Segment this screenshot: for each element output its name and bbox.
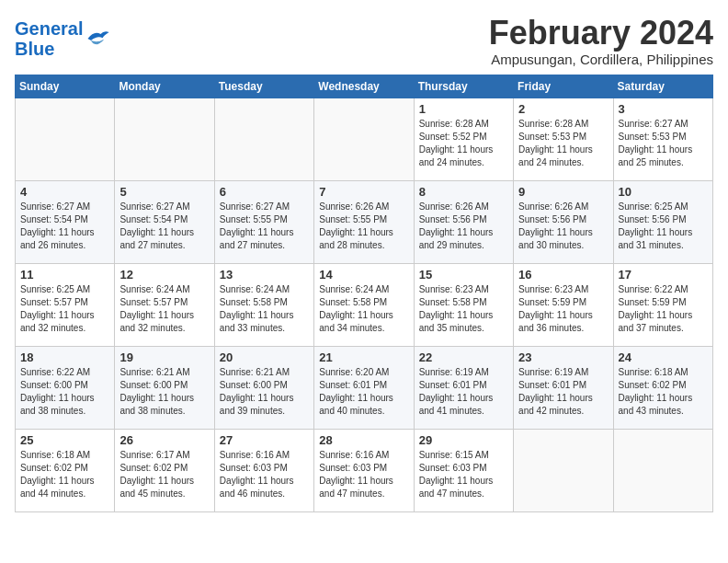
day-number: 20	[220, 350, 309, 364]
calendar-cell: 7Sunrise: 6:26 AM Sunset: 5:55 PM Daylig…	[314, 180, 414, 263]
calendar-cell: 15Sunrise: 6:23 AM Sunset: 5:58 PM Dayli…	[414, 263, 513, 346]
day-number: 17	[619, 268, 708, 282]
day-number: 23	[518, 350, 608, 364]
day-number: 19	[119, 350, 209, 364]
calendar-cell	[115, 98, 214, 180]
weekday-header-tuesday: Tuesday	[214, 75, 313, 98]
calendar-cell	[514, 429, 613, 511]
calendar-cell: 21Sunrise: 6:20 AM Sunset: 6:01 PM Dayli…	[314, 346, 414, 429]
day-number: 22	[419, 350, 508, 364]
day-info: Sunrise: 6:23 AM Sunset: 5:59 PM Dayligh…	[518, 283, 608, 335]
day-number: 16	[518, 268, 608, 282]
day-number: 18	[20, 350, 109, 364]
day-info: Sunrise: 6:18 AM Sunset: 6:02 PM Dayligh…	[619, 366, 708, 418]
day-number: 28	[319, 433, 408, 447]
day-number: 5	[119, 185, 209, 199]
weekday-header-sunday: Sunday	[16, 75, 115, 98]
logo-blue: Blue	[15, 39, 54, 59]
calendar-cell: 2Sunrise: 6:28 AM Sunset: 5:53 PM Daylig…	[514, 98, 613, 180]
calendar-table: SundayMondayTuesdayWednesdayThursdayFrid…	[15, 75, 713, 512]
day-number: 26	[119, 433, 209, 447]
week-row-0: 1Sunrise: 6:28 AM Sunset: 5:52 PM Daylig…	[16, 98, 713, 180]
calendar-cell	[613, 429, 712, 511]
day-number: 24	[619, 350, 708, 364]
calendar-cell: 13Sunrise: 6:24 AM Sunset: 5:58 PM Dayli…	[214, 263, 313, 346]
day-info: Sunrise: 6:18 AM Sunset: 6:02 PM Dayligh…	[20, 449, 109, 500]
weekday-header-wednesday: Wednesday	[314, 75, 414, 98]
calendar-cell: 19Sunrise: 6:21 AM Sunset: 6:00 PM Dayli…	[115, 346, 214, 429]
calendar-cell	[214, 98, 313, 180]
day-info: Sunrise: 6:21 AM Sunset: 6:00 PM Dayligh…	[119, 366, 209, 418]
day-info: Sunrise: 6:20 AM Sunset: 6:01 PM Dayligh…	[319, 366, 408, 418]
calendar-cell: 3Sunrise: 6:27 AM Sunset: 5:53 PM Daylig…	[613, 98, 712, 180]
day-info: Sunrise: 6:27 AM Sunset: 5:54 PM Dayligh…	[119, 201, 209, 252]
week-row-2: 11Sunrise: 6:25 AM Sunset: 5:57 PM Dayli…	[16, 263, 713, 346]
location: Ampusungan, Cordillera, Philippines	[489, 52, 713, 67]
day-info: Sunrise: 6:25 AM Sunset: 5:57 PM Dayligh…	[20, 283, 109, 335]
day-number: 13	[220, 268, 309, 282]
day-number: 14	[319, 268, 408, 282]
calendar-cell: 25Sunrise: 6:18 AM Sunset: 6:02 PM Dayli…	[16, 429, 115, 511]
day-number: 2	[518, 102, 608, 116]
day-number: 8	[419, 185, 508, 199]
day-info: Sunrise: 6:15 AM Sunset: 6:03 PM Dayligh…	[419, 449, 508, 500]
weekday-header-monday: Monday	[115, 75, 214, 98]
calendar-cell: 11Sunrise: 6:25 AM Sunset: 5:57 PM Dayli…	[16, 263, 115, 346]
weekday-header-row: SundayMondayTuesdayWednesdayThursdayFrid…	[16, 75, 713, 98]
day-info: Sunrise: 6:26 AM Sunset: 5:56 PM Dayligh…	[419, 201, 508, 252]
day-info: Sunrise: 6:16 AM Sunset: 6:03 PM Dayligh…	[319, 449, 408, 500]
day-info: Sunrise: 6:21 AM Sunset: 6:00 PM Dayligh…	[220, 366, 309, 418]
day-number: 1	[419, 102, 508, 116]
calendar-cell: 27Sunrise: 6:16 AM Sunset: 6:03 PM Dayli…	[214, 429, 313, 511]
day-number: 6	[220, 185, 309, 199]
calendar-cell	[16, 98, 115, 180]
day-info: Sunrise: 6:22 AM Sunset: 5:59 PM Dayligh…	[619, 283, 708, 335]
day-number: 15	[419, 268, 508, 282]
calendar-cell: 10Sunrise: 6:25 AM Sunset: 5:56 PM Dayli…	[613, 180, 712, 263]
calendar-cell: 4Sunrise: 6:27 AM Sunset: 5:54 PM Daylig…	[16, 180, 115, 263]
day-info: Sunrise: 6:26 AM Sunset: 5:56 PM Dayligh…	[518, 201, 608, 252]
day-number: 21	[319, 350, 408, 364]
month-year: February 2024	[489, 15, 713, 52]
day-info: Sunrise: 6:27 AM Sunset: 5:55 PM Dayligh…	[220, 201, 309, 252]
calendar-cell: 6Sunrise: 6:27 AM Sunset: 5:55 PM Daylig…	[214, 180, 313, 263]
weekday-header-thursday: Thursday	[414, 75, 513, 98]
week-row-3: 18Sunrise: 6:22 AM Sunset: 6:00 PM Dayli…	[16, 346, 713, 429]
logo: General Blue	[15, 18, 110, 59]
day-info: Sunrise: 6:17 AM Sunset: 6:02 PM Dayligh…	[119, 449, 209, 500]
title-block: February 2024 Ampusungan, Cordillera, Ph…	[489, 15, 713, 67]
day-info: Sunrise: 6:27 AM Sunset: 5:53 PM Dayligh…	[619, 118, 708, 169]
calendar-cell: 5Sunrise: 6:27 AM Sunset: 5:54 PM Daylig…	[115, 180, 214, 263]
calendar-cell: 16Sunrise: 6:23 AM Sunset: 5:59 PM Dayli…	[514, 263, 613, 346]
day-info: Sunrise: 6:28 AM Sunset: 5:53 PM Dayligh…	[518, 118, 608, 169]
page-header: General Blue February 2024 Ampusungan, C…	[15, 15, 713, 67]
calendar-cell: 1Sunrise: 6:28 AM Sunset: 5:52 PM Daylig…	[414, 98, 513, 180]
day-info: Sunrise: 6:24 AM Sunset: 5:57 PM Dayligh…	[119, 283, 209, 335]
weekday-header-saturday: Saturday	[613, 75, 712, 98]
logo-bird-icon	[85, 29, 110, 49]
day-number: 27	[220, 433, 309, 447]
day-info: Sunrise: 6:16 AM Sunset: 6:03 PM Dayligh…	[220, 449, 309, 500]
day-info: Sunrise: 6:19 AM Sunset: 6:01 PM Dayligh…	[419, 366, 508, 418]
logo-text: General Blue	[15, 18, 83, 59]
calendar-cell: 18Sunrise: 6:22 AM Sunset: 6:00 PM Dayli…	[16, 346, 115, 429]
weekday-header-friday: Friday	[514, 75, 613, 98]
logo-general: General	[15, 18, 83, 39]
day-info: Sunrise: 6:23 AM Sunset: 5:58 PM Dayligh…	[419, 283, 508, 335]
calendar-cell	[314, 98, 414, 180]
day-number: 11	[20, 268, 109, 282]
week-row-1: 4Sunrise: 6:27 AM Sunset: 5:54 PM Daylig…	[16, 180, 713, 263]
week-row-4: 25Sunrise: 6:18 AM Sunset: 6:02 PM Dayli…	[16, 429, 713, 511]
calendar-cell: 24Sunrise: 6:18 AM Sunset: 6:02 PM Dayli…	[613, 346, 712, 429]
day-number: 25	[20, 433, 109, 447]
day-info: Sunrise: 6:28 AM Sunset: 5:52 PM Dayligh…	[419, 118, 508, 169]
day-info: Sunrise: 6:26 AM Sunset: 5:55 PM Dayligh…	[319, 201, 408, 252]
calendar-cell: 14Sunrise: 6:24 AM Sunset: 5:58 PM Dayli…	[314, 263, 414, 346]
calendar-cell: 26Sunrise: 6:17 AM Sunset: 6:02 PM Dayli…	[115, 429, 214, 511]
day-number: 29	[419, 433, 508, 447]
day-number: 7	[319, 185, 408, 199]
day-info: Sunrise: 6:24 AM Sunset: 5:58 PM Dayligh…	[319, 283, 408, 335]
calendar-cell: 20Sunrise: 6:21 AM Sunset: 6:00 PM Dayli…	[214, 346, 313, 429]
day-info: Sunrise: 6:24 AM Sunset: 5:58 PM Dayligh…	[220, 283, 309, 335]
day-info: Sunrise: 6:19 AM Sunset: 6:01 PM Dayligh…	[518, 366, 608, 418]
